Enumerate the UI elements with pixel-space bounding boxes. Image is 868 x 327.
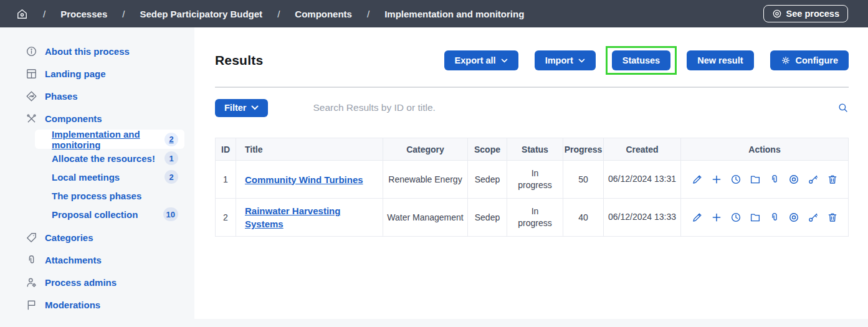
permissions-key-icon[interactable]: [808, 212, 819, 223]
col-header-id[interactable]: ID: [216, 138, 236, 161]
sidebar-item-label: About this process: [45, 46, 130, 57]
table-header-row: ID Title Category Scope Status Progress …: [216, 138, 849, 161]
folder-icon[interactable]: [750, 212, 761, 223]
see-process-button[interactable]: See process: [763, 5, 848, 22]
phases-diamond-icon: [25, 90, 37, 102]
edit-icon[interactable]: [692, 174, 703, 185]
col-header-progress[interactable]: Progress: [563, 138, 604, 161]
breadcrumb: / Processes / Sedep Participatory Budget…: [16, 8, 524, 20]
sidebar-item-label: Components: [45, 113, 102, 124]
table-row: 2 Rainwater Harvesting Systems Water Man…: [216, 199, 849, 237]
cell-scope: Sedep: [468, 199, 507, 237]
sidebar-subitem-label: Local meetings: [52, 172, 165, 182]
delete-icon[interactable]: [827, 212, 838, 223]
breadcrumb-current-component[interactable]: Implementation and monitoring: [384, 9, 524, 19]
sidebar-item-landing-page[interactable]: Landing page: [0, 62, 194, 85]
add-icon[interactable]: [711, 212, 722, 223]
home-icon[interactable]: [16, 8, 28, 20]
history-clock-icon[interactable]: [730, 174, 742, 185]
export-all-label: Export all: [455, 55, 496, 65]
cell-scope: Sedep: [468, 161, 507, 199]
cell-category: Water Management: [383, 199, 468, 237]
preview-icon[interactable]: [788, 174, 799, 185]
sidebar-item-attachments[interactable]: Attachments: [0, 249, 194, 271]
chevron-down-icon: [578, 59, 585, 63]
breadcrumb-process-name[interactable]: Sedep Participatory Budget: [140, 9, 262, 19]
results-table: ID Title Category Scope Status Progress …: [215, 138, 849, 237]
header-divider: [215, 87, 849, 88]
paperclip-icon: [25, 254, 37, 266]
cell-category: Renewable Energy: [383, 161, 468, 199]
cell-id: 2: [216, 199, 236, 237]
cell-id: 1: [216, 161, 236, 199]
export-all-button[interactable]: Export all: [444, 50, 518, 70]
sidebar-item-process-admins[interactable]: Process admins: [0, 271, 194, 293]
breadcrumb-processes[interactable]: Processes: [60, 9, 107, 19]
result-title-link[interactable]: Community Wind Turbines: [245, 174, 363, 185]
sidebar-item-categories[interactable]: Categories: [0, 226, 194, 249]
layout-icon: [25, 67, 37, 80]
statuses-highlight-box: Statuses: [606, 46, 677, 75]
result-title-link[interactable]: Rainwater Harvesting Systems: [245, 206, 340, 229]
filter-button[interactable]: Filter: [215, 99, 268, 117]
statuses-button[interactable]: Statuses: [612, 50, 670, 70]
gear-icon: [781, 55, 791, 65]
folder-icon[interactable]: [750, 174, 761, 185]
col-header-status[interactable]: Status: [507, 138, 563, 161]
sidebar-item-label: Process admins: [45, 277, 117, 288]
sidebar-subitem-proposal-collection[interactable]: Proposal collection 10: [35, 205, 184, 224]
cell-created: 06/12/2024 13:31: [604, 161, 681, 199]
sidebar-subitem-label: The process phases: [52, 191, 178, 201]
new-result-button[interactable]: New result: [687, 50, 753, 70]
add-icon[interactable]: [711, 174, 722, 185]
sidebar-item-label: Attachments: [45, 255, 102, 265]
col-header-created[interactable]: Created: [604, 138, 681, 161]
import-label: Import: [545, 55, 573, 65]
col-header-category[interactable]: Category: [383, 138, 468, 161]
tag-icon: [25, 231, 37, 244]
info-icon: [25, 45, 37, 57]
search-icon[interactable]: [837, 102, 849, 113]
sidebar-subitem-label: Allocate the resources!: [52, 153, 165, 164]
sidebar-subitem-the-process-phases[interactable]: The process phases: [35, 186, 184, 205]
col-header-scope[interactable]: Scope: [468, 138, 507, 161]
sidebar-item-about[interactable]: About this process: [0, 40, 194, 62]
delete-icon[interactable]: [827, 174, 838, 185]
attachments-icon[interactable]: [769, 212, 780, 223]
breadcrumb-components[interactable]: Components: [295, 9, 352, 19]
sidebar-subitem-local-meetings[interactable]: Local meetings 2: [35, 168, 184, 186]
chevron-down-icon: [501, 59, 508, 63]
breadcrumb-separator: /: [122, 9, 125, 19]
sidebar-subitem-implementation-and-monitoring[interactable]: Implementation and monitoring 2: [35, 130, 184, 149]
preview-icon[interactable]: [788, 212, 799, 223]
history-clock-icon[interactable]: [730, 212, 742, 223]
eye-circle-icon: [772, 9, 782, 19]
attachments-icon[interactable]: [769, 174, 780, 185]
sidebar-subitem-label: Proposal collection: [52, 209, 163, 220]
permissions-key-icon[interactable]: [808, 174, 819, 185]
breadcrumb-separator: /: [43, 9, 45, 19]
edit-icon[interactable]: [692, 212, 703, 223]
sidebar-item-phases[interactable]: Phases: [0, 85, 194, 107]
table-row: 1 Community Wind Turbines Renewable Ener…: [216, 161, 849, 199]
main-content: Results Export all Import Statuses: [194, 27, 868, 319]
sidebar-item-moderations[interactable]: Moderations: [0, 293, 194, 316]
tools-icon: [25, 112, 37, 125]
search-input[interactable]: Search Results by ID or title.: [313, 102, 837, 113]
cell-status: In progress: [516, 168, 555, 191]
cell-progress: 40: [563, 199, 604, 237]
cell-created: 06/12/2024 13:33: [604, 199, 681, 237]
count-badge: 1: [165, 151, 178, 165]
import-button[interactable]: Import: [535, 50, 596, 70]
toolbar: Export all Import Statuses: [444, 46, 849, 75]
breadcrumb-separator: /: [367, 9, 370, 19]
count-badge: 2: [165, 170, 178, 184]
page-title: Results: [215, 53, 263, 68]
sidebar-item-components[interactable]: Components: [0, 107, 194, 130]
col-header-title[interactable]: Title: [236, 138, 383, 161]
count-badge: 10: [163, 207, 178, 221]
sidebar-item-label: Phases: [45, 91, 78, 102]
sidebar: About this process Landing page Phases: [0, 27, 194, 319]
sidebar-subitem-allocate-the-resources[interactable]: Allocate the resources! 1: [35, 149, 184, 168]
configure-button[interactable]: Configure: [770, 50, 849, 70]
